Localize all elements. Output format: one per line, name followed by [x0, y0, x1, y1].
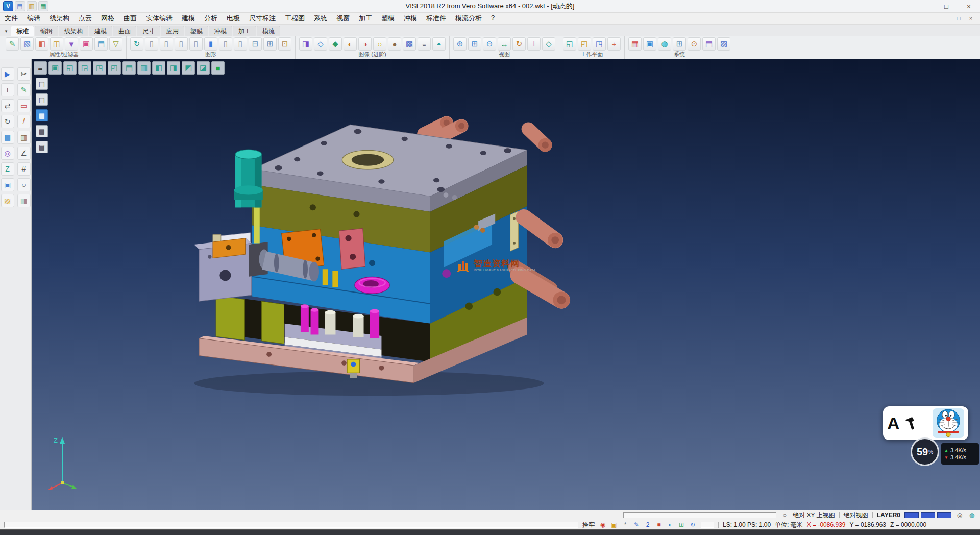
- new-document-icon[interactable]: ▤: [15, 1, 25, 11]
- attribute-paintbrush-icon[interactable]: ✎: [6, 37, 19, 51]
- view-cube-iso-nw-icon[interactable]: ◲: [78, 61, 91, 75]
- menu-item-19[interactable]: ?: [486, 13, 499, 24]
- page-wireframe-icon[interactable]: ▯: [145, 37, 158, 51]
- workplane-view-icon[interactable]: ◳: [593, 37, 606, 51]
- tab-8[interactable]: 冲模: [209, 26, 232, 36]
- stack-group-icon[interactable]: ⊞: [263, 37, 277, 51]
- viewport-3d[interactable]: ≡▣◱◲◳◰▤▥◧◨◩◪■ ▤▤▤▤▤ 智造资料网 INTELLIGENT MA…: [32, 59, 980, 510]
- menu-item-18[interactable]: 模流分析: [451, 13, 486, 24]
- view-layers-icon[interactable]: ▮: [204, 37, 217, 51]
- view-cube-right-icon[interactable]: ◪: [197, 61, 210, 75]
- view-cube-bottom-icon[interactable]: ▥: [137, 61, 151, 75]
- rotate-tool-icon[interactable]: ↻: [1, 115, 14, 128]
- snap-system-icon[interactable]: ⊙: [688, 37, 701, 51]
- grid-system-icon[interactable]: ⊞: [673, 37, 686, 51]
- menu-item-9[interactable]: 电极: [222, 13, 244, 24]
- material-view-icon[interactable]: ●: [388, 37, 401, 51]
- menu-item-5[interactable]: 曲面: [119, 13, 141, 24]
- tab-dropdown-icon[interactable]: ▾: [2, 29, 11, 36]
- stylus-tool-icon[interactable]: /: [17, 115, 31, 128]
- tab-1[interactable]: 编辑: [35, 26, 58, 36]
- solid-status-icon[interactable]: ■: [655, 521, 663, 529]
- menu-item-1[interactable]: 编辑: [22, 13, 45, 24]
- sketch-tool-icon[interactable]: ✎: [17, 83, 31, 96]
- rotate-view-icon[interactable]: ↻: [512, 37, 526, 51]
- layer-color-swatch-2[interactable]: [937, 512, 951, 518]
- shading-mode-icon[interactable]: ◨: [299, 37, 312, 51]
- menu-item-0[interactable]: 文件: [0, 13, 22, 24]
- layer-color-swatch-1[interactable]: [921, 512, 935, 518]
- menu-item-11[interactable]: 工程图: [280, 13, 309, 24]
- filter-color-icon[interactable]: ▣: [80, 37, 93, 51]
- view-cube-iso-ne-icon[interactable]: ◱: [63, 61, 77, 75]
- paste-tool-icon[interactable]: ▥: [17, 194, 31, 207]
- menu-item-3[interactable]: 点云: [74, 13, 96, 24]
- background-color-icon[interactable]: ▩: [403, 37, 416, 51]
- close-button[interactable]: ×: [958, 0, 980, 12]
- menu-item-7[interactable]: 建模: [177, 13, 200, 24]
- screen-settings-icon[interactable]: ▣: [643, 37, 656, 51]
- menu-item-10[interactable]: 尺寸标注: [244, 13, 280, 24]
- pan-view-icon[interactable]: ↔: [498, 37, 511, 51]
- plane-list-2-icon[interactable]: ▤: [36, 93, 48, 106]
- refresh-status-icon[interactable]: ↻: [689, 521, 697, 529]
- tab-0[interactable]: 标准: [11, 26, 34, 36]
- tab-4[interactable]: 曲面: [113, 26, 136, 36]
- workplane-free-icon[interactable]: +: [607, 37, 621, 51]
- delete-tool-icon[interactable]: ▭: [17, 99, 31, 112]
- workplane-entity-icon[interactable]: ◰: [578, 37, 591, 51]
- transparent-mode-icon[interactable]: ◐: [344, 37, 357, 51]
- menu-item-14[interactable]: 加工: [354, 13, 377, 24]
- section-view-icon[interactable]: ◑: [358, 37, 372, 51]
- workplane-standard-icon[interactable]: ◱: [563, 37, 576, 51]
- count-status-icon[interactable]: 2: [644, 521, 652, 529]
- tab-3[interactable]: 建模: [89, 26, 112, 36]
- model-canvas[interactable]: [32, 59, 980, 510]
- globe-system-icon[interactable]: ◍: [658, 37, 671, 51]
- zoom-all-icon[interactable]: ⊕: [453, 37, 467, 51]
- view-mode-label[interactable]: 绝对视图: [844, 511, 868, 520]
- wheel-status-icon[interactable]: ◎: [955, 511, 964, 519]
- redraw-icon[interactable]: ↻: [130, 37, 143, 51]
- plane-list-4-icon[interactable]: ▤: [36, 125, 48, 137]
- view-cube-left-icon[interactable]: ◩: [182, 61, 195, 75]
- doc-close-button[interactable]: ×: [965, 15, 977, 21]
- view-cube-iso-se-icon[interactable]: ◳: [93, 61, 106, 75]
- grid-toggle-icon[interactable]: #: [17, 162, 31, 176]
- view-cube-shaded-icon[interactable]: ■: [211, 61, 225, 75]
- command-input-field[interactable]: [4, 522, 578, 528]
- page-combined-icon[interactable]: ▯: [234, 37, 247, 51]
- page-shaded-icon[interactable]: ▯: [175, 37, 188, 51]
- attribute-match-icon[interactable]: ◧: [35, 37, 48, 51]
- view-normal-icon[interactable]: ⊥: [527, 37, 541, 51]
- assistant-pill[interactable]: A: [883, 406, 968, 440]
- half-status-icon[interactable]: ◐: [666, 521, 674, 529]
- view-cube-back-icon[interactable]: ◨: [167, 61, 180, 75]
- menu-item-13[interactable]: 视窗: [332, 13, 354, 24]
- view-cube-iso-sw-icon[interactable]: ◰: [108, 61, 121, 75]
- trim-tool-icon[interactable]: ✂: [17, 67, 31, 81]
- shadow-toggle-icon[interactable]: ◒: [418, 37, 431, 51]
- minimize-button[interactable]: —: [913, 0, 935, 12]
- menu-item-4[interactable]: 网格: [96, 13, 119, 24]
- doc-restore-button[interactable]: □: [952, 15, 965, 21]
- menu-item-2[interactable]: 线架构: [45, 13, 74, 24]
- table-system-icon[interactable]: ▤: [702, 37, 716, 51]
- scene-settings-icon[interactable]: ⊡: [278, 37, 291, 51]
- tab-10[interactable]: 模流: [257, 26, 280, 36]
- analyze-tool-icon[interactable]: ◎: [1, 147, 14, 160]
- select-tool-icon[interactable]: ▶: [1, 67, 14, 81]
- attribute-copy-icon[interactable]: ▧: [20, 37, 34, 51]
- reflection-toggle-icon[interactable]: ◓: [432, 37, 446, 51]
- view-window-icon[interactable]: ▣: [48, 61, 62, 75]
- filter-type-icon[interactable]: ▼: [65, 37, 78, 51]
- network-speed-panel[interactable]: ▲ 3.4K/s ▼ 3.4K/s: [941, 443, 979, 465]
- palette-status-icon[interactable]: ▣: [610, 521, 618, 529]
- hidden-line-mode-icon[interactable]: ◆: [329, 37, 342, 51]
- layer-color-swatch-0[interactable]: [904, 512, 919, 518]
- measure-tool-icon[interactable]: ∠: [17, 147, 31, 160]
- z-filter-icon[interactable]: Z: [1, 162, 14, 176]
- color-palette-icon[interactable]: ▦: [628, 37, 642, 51]
- active-layer-label[interactable]: LAYER0: [877, 512, 900, 519]
- snap-status-icon[interactable]: ◉: [599, 521, 607, 529]
